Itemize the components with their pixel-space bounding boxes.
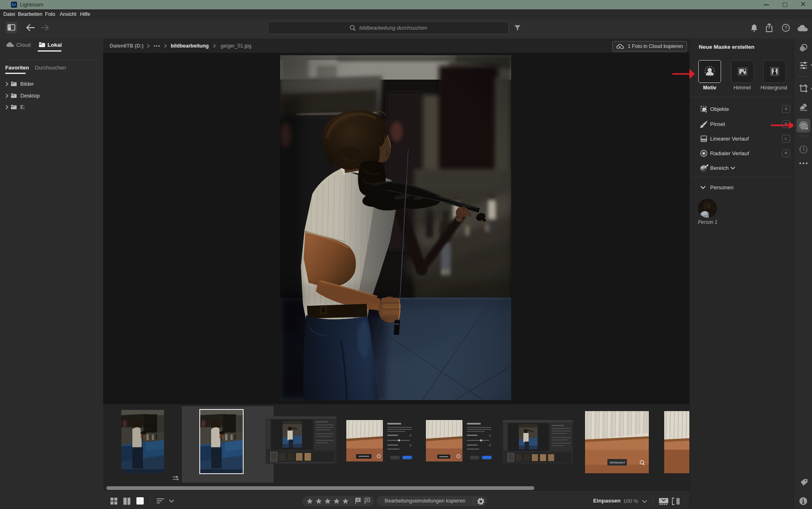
svg-text:?: ? bbox=[784, 25, 787, 31]
svg-text:Verbessert: Verbessert bbox=[609, 461, 625, 464]
